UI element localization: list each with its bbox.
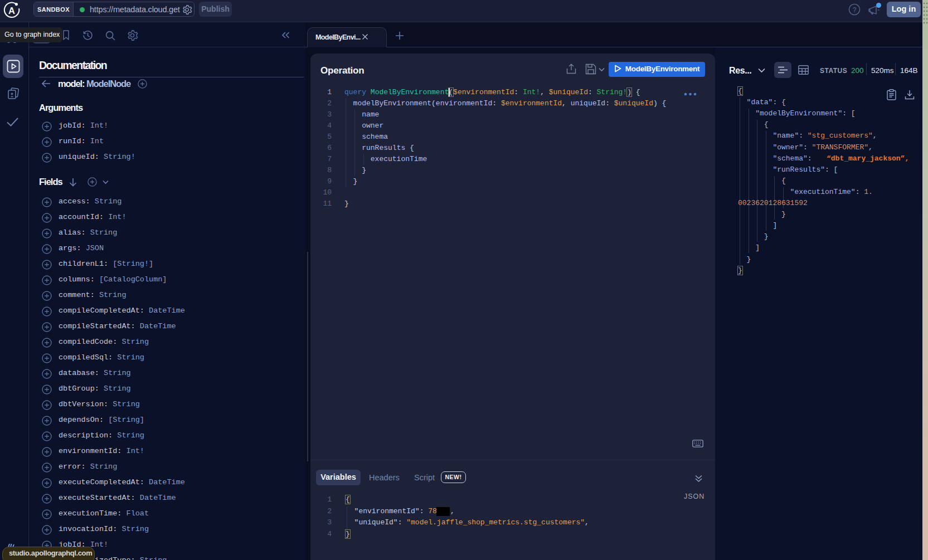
svg-text:?: ? xyxy=(853,6,857,14)
svg-text:A: A xyxy=(8,6,15,16)
